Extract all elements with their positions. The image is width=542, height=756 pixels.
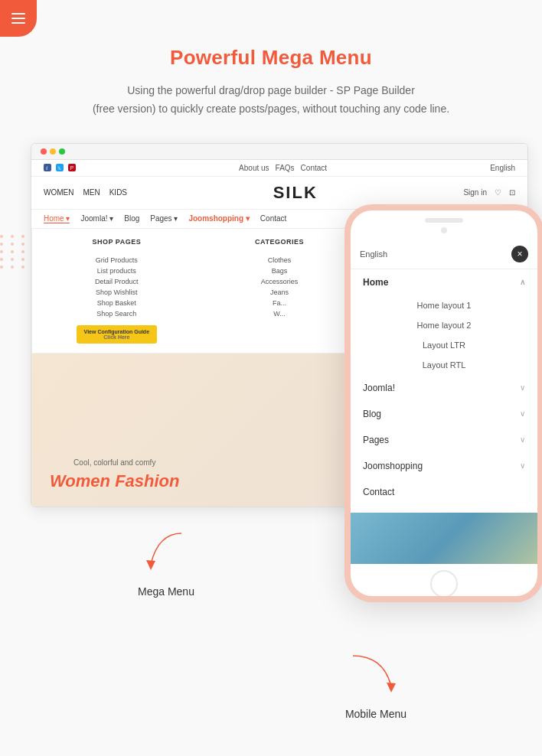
config-guide-btn[interactable]: View Configuration Guide Click Here bbox=[77, 325, 157, 344]
mega-menu-categories-col: CATEGORIES Clothes Bags Accessories Jean… bbox=[207, 238, 352, 344]
mobile-sub-item[interactable]: Layout LTR bbox=[351, 335, 537, 355]
language-selector[interactable]: English bbox=[490, 164, 515, 172]
mobile-sub-item[interactable]: Home layout 1 bbox=[351, 295, 537, 315]
nav-joomla[interactable]: Joomla! ▾ bbox=[80, 214, 113, 223]
mobile-language[interactable]: English bbox=[360, 249, 387, 259]
page-content: Powerful Mega Menu Using the powerful dr… bbox=[0, 0, 542, 751]
nav-contact[interactable]: Contact bbox=[260, 214, 286, 223]
store-topbar: f 𝕏 P About us FAQs Contact English bbox=[31, 160, 527, 177]
list-item[interactable]: Shop Search bbox=[44, 308, 189, 319]
mobile-menu-item-pages[interactable]: Pages ∨ bbox=[351, 427, 537, 453]
mobile-menu-arrow-group: Mobile Menu bbox=[345, 648, 406, 720]
women-nav[interactable]: WOMEN bbox=[44, 188, 73, 197]
browser-dots bbox=[41, 148, 65, 155]
phone-bottom-image: 'S bbox=[351, 513, 537, 564]
shop-pages-list: Grid Products List products Detail Produ… bbox=[44, 255, 189, 319]
hero-text: Cool, colorful and comfy Women Fashion bbox=[50, 458, 180, 491]
nav-home[interactable]: Home ▾ bbox=[44, 214, 70, 223]
mega-menu-shop-pages-col: SHOP PAGES Grid Products List products D… bbox=[44, 238, 189, 344]
nav-joomshopping[interactable]: Joomshopping ▾ bbox=[188, 214, 249, 223]
mobile-menu-item-contact[interactable]: Contact bbox=[351, 479, 537, 505]
men-nav[interactable]: MEN bbox=[83, 188, 100, 197]
phone-screen: English × Home ∧ Home layout 1 Home layo… bbox=[351, 240, 537, 564]
shop-pages-title: SHOP PAGES bbox=[44, 238, 189, 249]
twitter-icon: 𝕏 bbox=[56, 164, 64, 171]
mobile-menu-item-joomshopping[interactable]: Joomshopping ∨ bbox=[351, 453, 537, 479]
about-link[interactable]: About us bbox=[239, 164, 269, 172]
phone-speaker bbox=[425, 218, 463, 223]
list-item[interactable]: Bags bbox=[207, 266, 352, 276]
hero-title: Women Fashion bbox=[50, 471, 180, 491]
browser-dot-minimize bbox=[50, 148, 56, 155]
phone-mockup-wrapper: English × Home ∧ Home layout 1 Home layo… bbox=[344, 204, 542, 602]
mobile-sub-item[interactable]: Home layout 2 bbox=[351, 315, 537, 335]
store-brand[interactable]: SILK bbox=[273, 183, 318, 203]
facebook-icon: f bbox=[44, 164, 51, 171]
hero-tagline: Cool, colorful and comfy bbox=[50, 458, 180, 467]
wishlist-icon[interactable]: ♡ bbox=[495, 188, 501, 197]
list-item[interactable]: Fa... bbox=[207, 298, 352, 308]
nav-blog[interactable]: Blog bbox=[124, 214, 139, 223]
mobile-menu-header: English × bbox=[351, 240, 537, 269]
phone-image-placeholder bbox=[351, 513, 537, 564]
faqs-link[interactable]: FAQs bbox=[276, 164, 295, 172]
contact-link[interactable]: Contact bbox=[301, 164, 327, 172]
hamburger-menu-button[interactable] bbox=[0, 0, 37, 37]
store-top-links: About us FAQs Contact bbox=[239, 164, 327, 172]
categories-list: Clothes Bags Accessories Jeans Fa... W..… bbox=[207, 255, 352, 319]
chevron-down-icon: ∨ bbox=[520, 435, 525, 444]
list-item[interactable]: Jeans bbox=[207, 287, 352, 298]
svg-marker-7 bbox=[387, 683, 396, 692]
cart-icon[interactable]: ⊡ bbox=[509, 188, 515, 197]
browser-dot-close bbox=[41, 148, 47, 155]
mobile-menu-items: Home ∧ Home layout 1 Home layout 2 Layou… bbox=[351, 269, 537, 564]
list-item[interactable]: Shop Wishlist bbox=[44, 287, 189, 298]
mobile-menu-label: Mobile Menu bbox=[345, 708, 406, 720]
mobile-menu-item-joomla[interactable]: Joomla! ∨ bbox=[351, 375, 537, 401]
chevron-down-icon: ∨ bbox=[520, 409, 525, 418]
list-item[interactable]: List products bbox=[44, 266, 189, 276]
page-title: Powerful Mega Menu bbox=[31, 46, 511, 70]
chevron-up-icon: ∧ bbox=[520, 278, 525, 286]
list-item[interactable]: Grid Products bbox=[44, 255, 189, 266]
list-item[interactable]: Detail Product bbox=[44, 276, 189, 287]
nav-pages[interactable]: Pages ▾ bbox=[150, 214, 178, 223]
mobile-sub-item[interactable]: Layout RTL bbox=[351, 355, 537, 375]
browser-topbar bbox=[31, 144, 527, 160]
mobile-menu-item-home[interactable]: Home ∧ bbox=[351, 269, 537, 295]
list-item[interactable]: Accessories bbox=[207, 276, 352, 287]
mobile-menu-arrow-icon bbox=[345, 648, 406, 702]
kids-nav[interactable]: KIDS bbox=[109, 188, 127, 197]
store-account-nav: Sign in ♡ ⊡ bbox=[463, 188, 515, 197]
mega-menu-arrow-icon bbox=[136, 526, 197, 579]
svg-text:P: P bbox=[70, 165, 74, 171]
phone-mockup: English × Home ∧ Home layout 1 Home layo… bbox=[344, 204, 542, 602]
phone-home-button[interactable] bbox=[430, 570, 458, 598]
phone-overlay-text: 'S bbox=[357, 563, 363, 564]
mobile-menu-item-blog[interactable]: Blog ∨ bbox=[351, 401, 537, 427]
page-subtitle: Using the powerful drag/drop page builde… bbox=[87, 82, 455, 119]
list-item[interactable]: Clothes bbox=[207, 255, 352, 266]
hamburger-icon bbox=[11, 13, 25, 24]
mega-menu-arrow-group: Mega Menu bbox=[136, 526, 197, 598]
chevron-down-icon: ∨ bbox=[520, 383, 525, 392]
store-category-nav: WOMEN MEN KIDS bbox=[44, 188, 127, 197]
mobile-close-btn[interactable]: × bbox=[511, 246, 528, 262]
list-item[interactable]: W... bbox=[207, 308, 352, 319]
pinterest-icon: P bbox=[68, 164, 76, 171]
main-nav-links: Home ▾ Joomla! ▾ Blog Pages ▾ Joomshoppi… bbox=[44, 214, 286, 223]
svg-text:𝕏: 𝕏 bbox=[57, 166, 61, 171]
list-item[interactable]: Shop Basket bbox=[44, 298, 189, 308]
sign-in-link[interactable]: Sign in bbox=[463, 188, 487, 197]
browser-dot-maximize bbox=[59, 148, 65, 155]
social-icons: f 𝕏 P bbox=[44, 164, 76, 171]
browser-section: f 𝕏 P About us FAQs Contact English WOME… bbox=[31, 143, 528, 507]
categories-title: CATEGORIES bbox=[207, 238, 352, 249]
chevron-down-icon: ∨ bbox=[520, 461, 525, 470]
phone-camera bbox=[441, 227, 447, 233]
mega-menu-label: Mega Menu bbox=[138, 585, 194, 598]
svg-marker-6 bbox=[146, 560, 155, 570]
